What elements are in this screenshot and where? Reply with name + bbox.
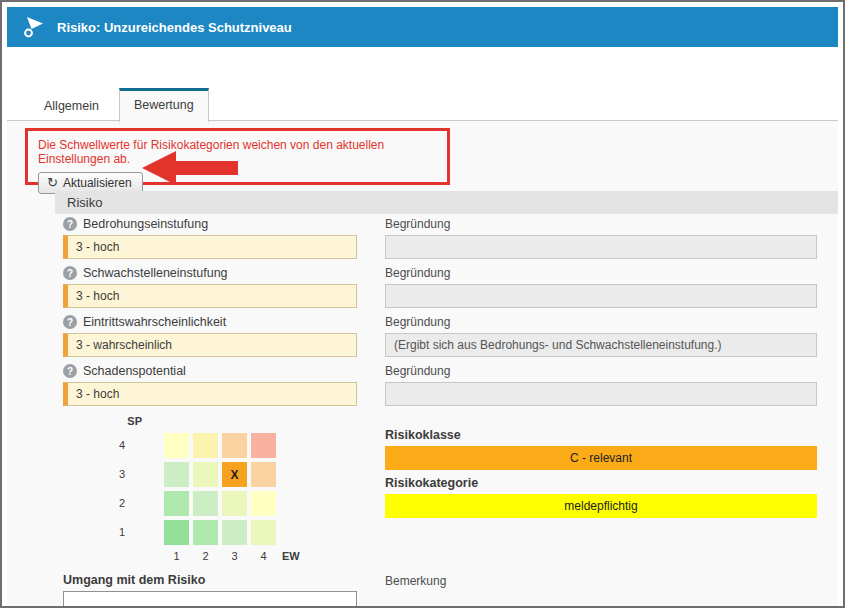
red-arrow-icon (140, 149, 240, 191)
matrix-cell (193, 520, 218, 545)
field-value-box[interactable]: 3 - hoch (63, 382, 357, 406)
field-label: Eintrittswahrscheinlichkeit (83, 315, 226, 329)
matrix-spacer (222, 413, 247, 429)
risk-handling-label: Umgang mit dem Risiko (63, 573, 205, 588)
field-label: Bedrohungseinstufung (83, 217, 208, 231)
risk-matrix: SP43X211234EW (85, 413, 320, 563)
matrix-spacer (193, 413, 218, 429)
reason-input[interactable] (385, 235, 817, 259)
risk-category-label: Risikokategorie (385, 476, 478, 491)
matrix-spacer (280, 462, 320, 487)
field-label: Schwachstelleneinstufung (83, 266, 228, 280)
field-value-box[interactable]: 3 - hoch (63, 284, 357, 308)
matrix-cell (193, 462, 218, 487)
reason-input[interactable] (385, 284, 817, 308)
matrix-cell (164, 462, 189, 487)
tab-bewertung[interactable]: Bewertung (119, 88, 209, 122)
matrix-col-label: 4 (251, 549, 276, 563)
matrix-spacer (280, 520, 320, 545)
field-label-row: ? Bedrohungseinstufung (63, 216, 208, 232)
risk-handling-select[interactable] (63, 591, 357, 606)
reason-label: Begründung (385, 265, 450, 281)
matrix-cell (222, 433, 247, 458)
matrix-cell (164, 433, 189, 458)
matrix-spacer (164, 413, 189, 429)
matrix-ew-label: EW (280, 549, 320, 563)
matrix-col-label: 1 (164, 549, 189, 563)
reason-label: Begründung (385, 314, 450, 330)
matrix-cell (222, 491, 247, 516)
field-value-box[interactable]: 3 - hoch (63, 235, 357, 259)
reason-label: Begründung (385, 363, 450, 379)
matrix-sp-label: SP (85, 413, 160, 429)
matrix-cell (251, 520, 276, 545)
refresh-icon: ↻ (47, 177, 58, 189)
bewertung-panel: Die Schwellwerte für Risikokategorien we… (7, 120, 838, 606)
matrix-row-label: 4 (85, 433, 160, 458)
matrix-cell (222, 520, 247, 545)
field-value-box[interactable]: 3 - wahrscheinlich (63, 333, 357, 357)
field-label-row: ? Schwachstelleneinstufung (63, 265, 228, 281)
matrix-marker-cell: X (222, 462, 247, 487)
tab-bar: Allgemein Bewertung (30, 88, 209, 122)
matrix-cell (251, 462, 276, 487)
risk-category-value: meldepflichtig (385, 494, 817, 518)
matrix-col-label: 3 (222, 549, 247, 563)
refresh-button-label: Aktualisieren (63, 176, 132, 190)
matrix-cell (251, 491, 276, 516)
risk-section-header: Risiko (55, 191, 838, 214)
help-icon[interactable]: ? (63, 364, 77, 378)
field-label-row: ? Schadenspotential (63, 363, 186, 379)
matrix-row-label: 2 (85, 491, 160, 516)
help-icon[interactable]: ? (63, 266, 77, 280)
risk-class-value: C - relevant (385, 446, 817, 470)
matrix-spacer (280, 413, 320, 429)
matrix-row-label: 1 (85, 520, 160, 545)
reason-label: Begründung (385, 216, 450, 232)
matrix-row-label: 3 (85, 462, 160, 487)
risk-class-label: Risikoklasse (385, 428, 461, 443)
help-icon[interactable]: ? (63, 315, 77, 329)
help-icon[interactable]: ? (63, 217, 77, 231)
reason-input[interactable] (385, 382, 817, 406)
matrix-cell (193, 433, 218, 458)
risk-window: Risiko: Unzureichendes Schutzniveau Allg… (0, 0, 845, 608)
matrix-cell (164, 491, 189, 516)
matrix-spacer (280, 433, 320, 458)
field-label-row: ? Eintrittswahrscheinlichkeit (63, 314, 226, 330)
app-logo-icon (21, 14, 47, 40)
matrix-cell (193, 491, 218, 516)
tab-allgemein[interactable]: Allgemein (30, 90, 113, 122)
matrix-spacer (251, 413, 276, 429)
matrix-cell (164, 520, 189, 545)
matrix-cell (251, 433, 276, 458)
matrix-col-label: 2 (193, 549, 218, 563)
titlebar: Risiko: Unzureichendes Schutzniveau (7, 7, 838, 47)
field-label: Schadenspotential (83, 364, 186, 378)
reason-input[interactable]: (Ergibt sich aus Bedrohungs- und Schwach… (385, 333, 817, 357)
matrix-spacer (280, 491, 320, 516)
remark-label: Bemerkung (385, 573, 446, 589)
window-title: Risiko: Unzureichendes Schutzniveau (57, 20, 292, 35)
matrix-spacer (85, 549, 160, 563)
